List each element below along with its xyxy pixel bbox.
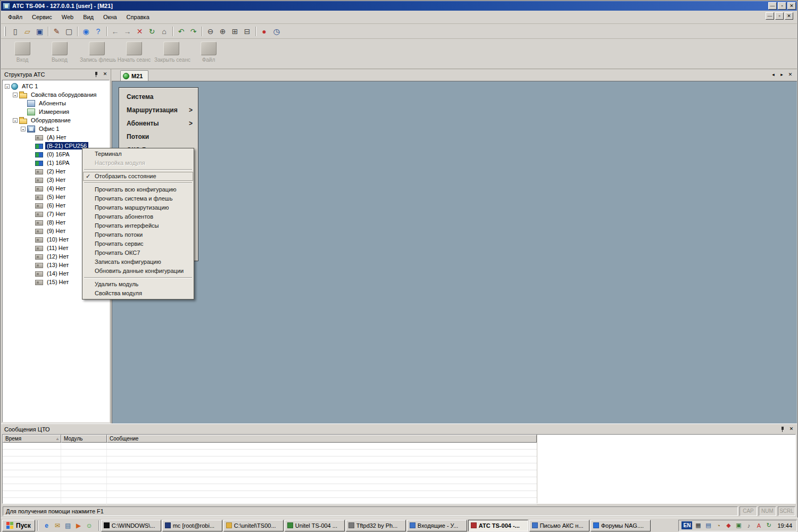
tree-expander-icon[interactable] [29, 271, 34, 276]
task-button[interactable]: Входящие - У... [407, 520, 467, 531]
terminal-window-icon[interactable]: ▢ [63, 26, 75, 37]
media-player-icon[interactable]: ▶ [74, 521, 84, 530]
nav-back-icon[interactable]: ← [109, 26, 121, 37]
menu-item[interactable]: Справка [122, 12, 154, 22]
table-row[interactable] [3, 456, 537, 463]
tab-prev-icon[interactable]: ◂ [770, 71, 777, 78]
volume-icon[interactable]: ♪ [744, 521, 753, 530]
update-icon[interactable]: ↻ [764, 521, 773, 530]
task-button[interactable]: Письмо АКС н... [529, 520, 589, 531]
tab-next-icon[interactable]: ▸ [778, 71, 785, 78]
clock[interactable]: 19:44 [775, 522, 792, 529]
task-button[interactable]: Unitel TS-004 ... [285, 520, 345, 531]
zoom-out-icon[interactable]: ⊖ [204, 26, 217, 37]
column-header[interactable]: Модуль [61, 435, 107, 443]
context-menu-item[interactable]: Прочитать сервис [83, 239, 193, 248]
tree-item[interactable]: Измерения [3, 107, 109, 116]
session-toolbar-button[interactable]: Запись флешь [80, 40, 114, 67]
session-toolbar-button[interactable]: Начать сеанс [117, 40, 151, 67]
tree-item[interactable]: - Оборудование [3, 116, 109, 124]
module-view-content[interactable] [112, 81, 797, 423]
tree-expander-icon[interactable] [29, 237, 34, 242]
tree-expander-icon[interactable] [29, 169, 34, 174]
module-menu-item[interactable]: Потоки [119, 130, 198, 144]
table-row[interactable] [3, 443, 537, 450]
context-menu-item[interactable]: Прочитать потоки [83, 230, 193, 239]
tree-item[interactable]: Абоненты [3, 99, 109, 107]
tree-panel-close-icon[interactable]: ✕ [102, 71, 109, 78]
context-menu-item[interactable]: Обновить данные конфигурации [83, 267, 193, 276]
task-button[interactable]: Tftpd32 by Ph... [346, 520, 406, 531]
context-menu-item[interactable]: Настройка модуля [83, 159, 193, 168]
keyboard-icon[interactable]: ▦ [694, 521, 702, 530]
tree-item[interactable]: - АТС 1 [3, 82, 109, 90]
help-icon[interactable]: ? [92, 26, 104, 37]
language-indicator[interactable]: EN [681, 521, 692, 529]
tree-expander-icon[interactable] [29, 263, 34, 268]
antivirus-icon[interactable]: ◆ [724, 521, 733, 530]
task-button[interactable]: АТС TS-004 -... [468, 520, 528, 531]
tree-expander-icon[interactable] [29, 161, 34, 165]
context-menu-item[interactable]: Прочитать ОКС7 [83, 248, 193, 257]
table-row[interactable] [3, 450, 537, 456]
tree-expander-icon[interactable] [29, 246, 34, 251]
menu-item[interactable]: Сервис [27, 12, 57, 22]
save-icon[interactable]: ▣ [34, 26, 46, 37]
context-menu-item[interactable]: Прочитать всю конфигурацию [83, 185, 193, 194]
home-icon[interactable]: ⌂ [158, 26, 170, 37]
tree-expander-icon[interactable] [29, 203, 34, 208]
clock-icon[interactable]: ◷ [270, 26, 282, 37]
table-row[interactable] [3, 484, 537, 491]
mdi-restore-button[interactable]: ▫ [775, 12, 784, 20]
record-icon[interactable]: ● [258, 26, 270, 37]
tree-expander-icon[interactable] [21, 101, 26, 106]
start-button[interactable]: Пуск [2, 520, 35, 531]
context-menu-item[interactable]: Прочитать абонентов [83, 212, 193, 221]
tree-expander-icon[interactable] [29, 186, 34, 191]
scheduler-icon[interactable]: ◔ [714, 521, 722, 530]
redo-icon[interactable]: ↷ [187, 26, 200, 37]
table-row[interactable] [3, 470, 537, 477]
atc-monitor-icon[interactable]: А [754, 521, 763, 530]
tree-expander-icon[interactable]: - [13, 93, 18, 97]
session-toolbar-button[interactable]: Вход [5, 40, 39, 67]
zoom-fit-icon[interactable]: ⊟ [241, 26, 253, 37]
column-header[interactable]: Сообщение [107, 435, 537, 443]
tree-item[interactable]: - Офис 1 [3, 124, 109, 133]
module-menu-item[interactable]: Система [119, 90, 198, 104]
tree-expander-icon[interactable]: - [21, 127, 26, 131]
browser-icon[interactable]: e [42, 521, 52, 530]
session-toolbar-button[interactable]: Закрыть сеанс [154, 40, 188, 67]
close-button[interactable]: ✕ [787, 2, 796, 10]
network-status-icon[interactable]: ▣ [734, 521, 743, 530]
show-desktop-icon[interactable]: ▤ [63, 521, 73, 530]
context-menu-item[interactable]: ✓ Отобразить состояние [83, 172, 193, 181]
tree-expander-icon[interactable] [21, 110, 26, 114]
pin-icon[interactable] [780, 426, 786, 433]
tree-expander-icon[interactable] [29, 144, 34, 148]
table-row[interactable] [3, 477, 537, 484]
menu-item[interactable]: Окна [98, 12, 122, 22]
zoom-in-icon[interactable]: ⊕ [217, 26, 229, 37]
tree-expander-icon[interactable] [29, 280, 34, 285]
task-button[interactable]: mc [root@robi... [162, 520, 222, 531]
tree-expander-icon[interactable] [29, 229, 34, 234]
tree-expander-icon[interactable] [29, 178, 34, 182]
context-menu-item[interactable]: Свойства модуля [83, 289, 193, 298]
task-button[interactable]: C:\WINDOWS\... [101, 520, 161, 531]
stop-icon[interactable]: ✕ [134, 26, 146, 37]
connect-icon[interactable]: ◉ [80, 26, 92, 37]
undo-icon[interactable]: ↶ [175, 26, 187, 37]
tree-expander-icon[interactable] [29, 195, 34, 200]
tree-expander-icon[interactable] [29, 152, 34, 157]
nav-forward-icon[interactable]: → [121, 26, 134, 37]
messenger-icon[interactable]: ☺ [85, 521, 94, 530]
tree-expander-icon[interactable]: - [13, 118, 18, 123]
pin-icon[interactable] [94, 71, 99, 78]
tree-item[interactable]: - Свойства оборудования [3, 90, 109, 99]
context-menu-item[interactable]: Прочитать интерфейсы [83, 221, 193, 230]
context-menu-item[interactable]: Записать конфигурацию [83, 257, 193, 267]
toolbar-grip[interactable] [4, 27, 6, 36]
context-menu-item[interactable]: Прочитать маршрутизацию [83, 203, 193, 212]
zoom-page-icon[interactable]: ⊞ [229, 26, 241, 37]
